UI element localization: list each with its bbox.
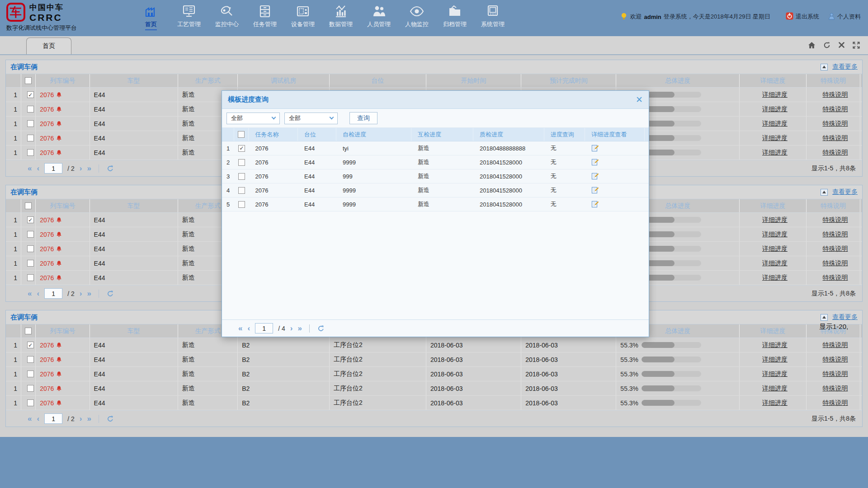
detail-progress-link[interactable]: 详细进度 <box>762 149 788 157</box>
row-checkbox[interactable] <box>27 245 34 252</box>
nav-item-people[interactable]: 人员管理 <box>363 4 395 30</box>
train-number[interactable]: 2076 <box>40 245 54 253</box>
collapse-icon[interactable] <box>821 314 828 321</box>
nav-item-system[interactable]: 系统管理 <box>476 4 509 30</box>
edit-note-icon[interactable] <box>591 145 599 152</box>
special-note-link[interactable]: 特殊说明 <box>822 356 848 364</box>
train-number[interactable]: 2076 <box>40 91 54 99</box>
train-number[interactable]: 2076 <box>40 356 54 363</box>
edit-note-icon[interactable] <box>591 173 599 180</box>
detail-progress-link[interactable]: 详细进度 <box>762 91 788 99</box>
special-note-link[interactable]: 特殊说明 <box>822 105 848 113</box>
page-input[interactable]: 1 <box>44 288 62 299</box>
dialog-close-icon[interactable]: ✕ <box>636 95 643 104</box>
train-number[interactable]: 2076 <box>40 260 54 267</box>
detail-progress-link[interactable]: 详细进度 <box>762 259 788 267</box>
special-note-link[interactable]: 特殊说明 <box>822 385 848 393</box>
next-page-button[interactable]: › <box>80 290 82 297</box>
home-icon[interactable] <box>808 42 816 49</box>
special-note-link[interactable]: 特殊说明 <box>822 341 848 349</box>
special-note-link[interactable]: 特殊说明 <box>822 274 848 282</box>
special-note-link[interactable]: 特殊说明 <box>822 230 848 239</box>
last-page-button[interactable]: » <box>87 164 91 172</box>
view-more-link[interactable]: 查看更多 <box>832 188 858 196</box>
nav-item-factory[interactable]: 首页 <box>135 4 167 30</box>
page-input[interactable]: 1 <box>44 413 62 424</box>
query-button[interactable]: 查询 <box>349 112 377 124</box>
special-note-link[interactable]: 特殊说明 <box>822 120 848 128</box>
edit-note-icon[interactable] <box>591 187 599 194</box>
reload-icon[interactable] <box>106 290 114 297</box>
edit-note-icon[interactable] <box>591 201 599 208</box>
train-number[interactable]: 2076 <box>40 371 54 378</box>
reload-icon[interactable] <box>317 325 325 332</box>
tab-home[interactable]: 首页 <box>26 38 71 54</box>
refresh-icon[interactable] <box>823 42 830 49</box>
last-page-button[interactable]: » <box>87 415 91 422</box>
special-note-link[interactable]: 特殊说明 <box>822 259 848 267</box>
train-number[interactable]: 2076 <box>40 106 54 113</box>
first-page-button[interactable]: « <box>28 290 32 297</box>
special-note-link[interactable]: 特殊说明 <box>822 91 848 99</box>
train-number[interactable]: 2076 <box>40 385 54 392</box>
profile-button[interactable]: 个人资料 <box>828 13 861 21</box>
close-icon[interactable] <box>838 42 845 49</box>
filter-select-1[interactable]: 全部 <box>226 113 280 124</box>
logout-button[interactable]: 退出系统 <box>786 12 819 21</box>
view-more-link[interactable]: 查看更多 <box>832 63 858 71</box>
row-checkbox[interactable] <box>27 216 34 223</box>
row-checkbox[interactable] <box>27 120 34 127</box>
row-checkbox[interactable] <box>27 342 34 348</box>
collapse-icon[interactable] <box>821 189 828 196</box>
special-note-link[interactable]: 特殊说明 <box>822 149 848 157</box>
train-number[interactable]: 2076 <box>40 399 54 407</box>
next-page-button[interactable]: › <box>80 415 82 422</box>
last-page-button[interactable]: » <box>297 324 302 332</box>
detail-progress-link[interactable]: 详细进度 <box>762 341 788 349</box>
row-checkbox[interactable] <box>27 385 34 392</box>
fullscreen-icon[interactable] <box>853 42 860 49</box>
row-checkbox[interactable] <box>27 106 34 113</box>
detail-progress-link[interactable]: 详细进度 <box>762 399 788 407</box>
first-page-button[interactable]: « <box>238 324 242 332</box>
row-checkbox[interactable] <box>238 187 245 194</box>
filter-select-2[interactable]: 全部 <box>284 113 338 124</box>
edit-note-icon[interactable] <box>591 159 599 166</box>
reload-icon[interactable] <box>106 415 114 422</box>
select-all-checkbox[interactable] <box>25 77 32 84</box>
detail-progress-link[interactable]: 详细进度 <box>762 385 788 393</box>
train-number[interactable]: 2076 <box>40 274 54 282</box>
train-number[interactable]: 2076 <box>40 120 54 127</box>
detail-progress-link[interactable]: 详细进度 <box>762 134 788 142</box>
special-note-link[interactable]: 特殊说明 <box>822 399 848 407</box>
row-checkbox[interactable] <box>27 399 34 406</box>
row-checkbox[interactable] <box>238 201 245 208</box>
row-checkbox[interactable] <box>238 173 245 180</box>
detail-progress-link[interactable]: 详细进度 <box>762 120 788 128</box>
select-all-checkbox[interactable] <box>238 131 245 138</box>
page-input[interactable]: 1 <box>44 163 62 174</box>
last-page-button[interactable]: » <box>87 290 91 297</box>
first-page-button[interactable]: « <box>28 415 32 422</box>
train-number[interactable]: 2076 <box>40 149 54 156</box>
train-number[interactable]: 2076 <box>40 231 54 238</box>
reload-icon[interactable] <box>106 165 114 172</box>
nav-item-device[interactable]: 设备管理 <box>287 4 319 30</box>
page-input[interactable]: 1 <box>255 323 273 333</box>
row-checkbox[interactable] <box>27 231 34 238</box>
row-checkbox[interactable] <box>27 260 34 267</box>
row-checkbox[interactable] <box>27 135 34 141</box>
select-all-checkbox[interactable] <box>25 202 32 209</box>
next-page-button[interactable]: › <box>290 324 293 332</box>
row-checkbox[interactable] <box>27 356 34 363</box>
train-number[interactable]: 2076 <box>40 216 54 224</box>
nav-item-chart[interactable]: 数据管理 <box>325 4 357 30</box>
first-page-button[interactable]: « <box>28 164 32 172</box>
row-checkbox[interactable] <box>27 274 34 281</box>
row-checkbox[interactable] <box>27 371 34 377</box>
nav-item-monitor[interactable]: 工艺管理 <box>173 4 205 30</box>
prev-page-button[interactable]: ‹ <box>37 164 39 172</box>
row-checkbox[interactable] <box>27 91 34 98</box>
nav-item-camera[interactable]: 监控中心 <box>211 4 243 30</box>
collapse-icon[interactable] <box>821 64 828 70</box>
